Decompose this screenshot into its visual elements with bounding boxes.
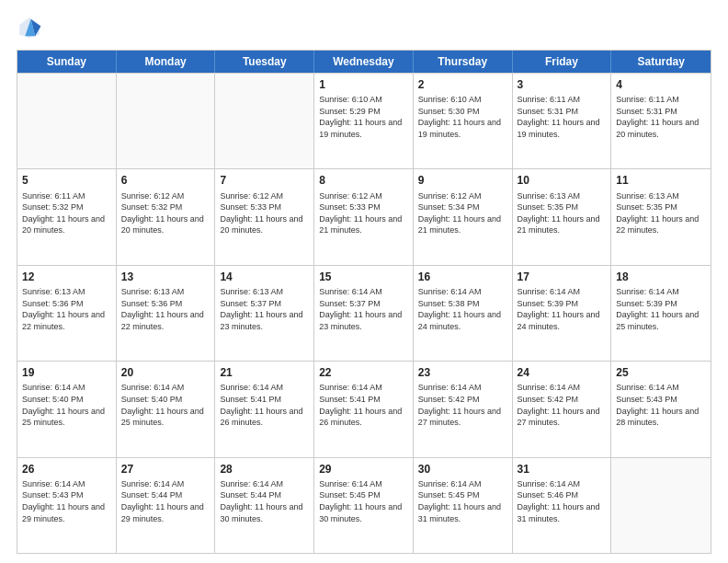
day-number: 7	[220, 173, 309, 188]
cell-info: Sunrise: 6:14 AMSunset: 5:45 PMDaylight:…	[418, 478, 507, 524]
day-number: 30	[418, 462, 507, 477]
cal-cell: 20Sunrise: 6:14 AMSunset: 5:40 PMDayligh…	[117, 362, 216, 456]
day-number: 29	[319, 462, 408, 477]
day-number: 20	[121, 365, 210, 380]
cell-info: Sunrise: 6:14 AMSunset: 5:38 PMDaylight:…	[418, 286, 507, 332]
day-number: 8	[319, 173, 408, 188]
cal-header-day-friday: Friday	[513, 51, 612, 73]
cal-header-day-saturday: Saturday	[611, 51, 711, 73]
day-number: 18	[616, 270, 706, 284]
day-number: 3	[518, 77, 607, 92]
cal-cell: 23Sunrise: 6:14 AMSunset: 5:42 PMDayligh…	[414, 362, 513, 456]
cal-header-day-thursday: Thursday	[414, 51, 513, 73]
cell-info: Sunrise: 6:10 AMSunset: 5:29 PMDaylight:…	[319, 94, 408, 140]
cal-cell: 29Sunrise: 6:14 AMSunset: 5:45 PMDayligh…	[314, 458, 414, 553]
day-number: 28	[220, 462, 309, 477]
cell-info: Sunrise: 6:13 AMSunset: 5:36 PMDaylight:…	[22, 286, 111, 332]
cal-cell: 6Sunrise: 6:12 AMSunset: 5:32 PMDaylight…	[117, 169, 216, 264]
day-number: 10	[518, 173, 607, 188]
day-number: 26	[22, 462, 111, 477]
cell-info: Sunrise: 6:14 AMSunset: 5:39 PMDaylight:…	[616, 286, 706, 332]
cal-cell: 10Sunrise: 6:13 AMSunset: 5:35 PMDayligh…	[513, 169, 612, 264]
cell-info: Sunrise: 6:13 AMSunset: 5:35 PMDaylight:…	[518, 190, 607, 236]
cell-info: Sunrise: 6:12 AMSunset: 5:33 PMDaylight:…	[319, 190, 408, 236]
day-number: 27	[121, 462, 210, 477]
cell-info: Sunrise: 6:12 AMSunset: 5:34 PMDaylight:…	[418, 190, 507, 236]
day-number: 25	[616, 365, 706, 380]
cell-info: Sunrise: 6:14 AMSunset: 5:37 PMDaylight:…	[319, 286, 408, 332]
cal-header-day-sunday: Sunday	[17, 51, 117, 73]
cal-cell: 16Sunrise: 6:14 AMSunset: 5:38 PMDayligh…	[414, 266, 513, 361]
page: SundayMondayTuesdayWednesdayThursdayFrid…	[0, 0, 728, 563]
cal-header-day-tuesday: Tuesday	[215, 51, 314, 73]
cal-cell: 21Sunrise: 6:14 AMSunset: 5:41 PMDayligh…	[215, 362, 314, 456]
day-number: 13	[121, 270, 210, 284]
cell-info: Sunrise: 6:14 AMSunset: 5:44 PMDaylight:…	[121, 478, 210, 524]
cell-info: Sunrise: 6:13 AMSunset: 5:37 PMDaylight:…	[220, 286, 309, 332]
cal-cell: 1Sunrise: 6:10 AMSunset: 5:29 PMDaylight…	[314, 74, 414, 168]
cell-info: Sunrise: 6:14 AMSunset: 5:44 PMDaylight:…	[220, 478, 309, 524]
cal-cell: 4Sunrise: 6:11 AMSunset: 5:31 PMDaylight…	[611, 74, 711, 168]
cal-cell: 27Sunrise: 6:14 AMSunset: 5:44 PMDayligh…	[117, 458, 216, 553]
cal-cell: 9Sunrise: 6:12 AMSunset: 5:34 PMDaylight…	[414, 169, 513, 264]
cal-week-4: 19Sunrise: 6:14 AMSunset: 5:40 PMDayligh…	[17, 361, 711, 456]
cal-cell: 17Sunrise: 6:14 AMSunset: 5:39 PMDayligh…	[513, 266, 612, 361]
calendar: SundayMondayTuesdayWednesdayThursdayFrid…	[17, 50, 711, 554]
day-number: 22	[319, 365, 408, 380]
cal-header-day-wednesday: Wednesday	[314, 51, 414, 73]
day-number: 4	[616, 77, 706, 92]
cal-cell: 12Sunrise: 6:13 AMSunset: 5:36 PMDayligh…	[17, 266, 117, 361]
day-number: 24	[518, 365, 607, 380]
cal-cell: 15Sunrise: 6:14 AMSunset: 5:37 PMDayligh…	[314, 266, 414, 361]
day-number: 17	[518, 270, 607, 284]
cell-info: Sunrise: 6:14 AMSunset: 5:43 PMDaylight:…	[616, 382, 706, 428]
cell-info: Sunrise: 6:14 AMSunset: 5:40 PMDaylight:…	[121, 382, 210, 428]
cell-info: Sunrise: 6:11 AMSunset: 5:31 PMDaylight:…	[518, 94, 607, 140]
cell-info: Sunrise: 6:14 AMSunset: 5:43 PMDaylight:…	[22, 478, 111, 524]
cell-info: Sunrise: 6:12 AMSunset: 5:32 PMDaylight:…	[121, 190, 210, 236]
day-number: 31	[518, 462, 607, 477]
day-number: 15	[319, 270, 408, 284]
logo-icon	[17, 15, 42, 40]
calendar-body: 1Sunrise: 6:10 AMSunset: 5:29 PMDaylight…	[17, 73, 711, 553]
cal-header-day-monday: Monday	[117, 51, 216, 73]
day-number: 12	[22, 270, 111, 284]
day-number: 19	[22, 365, 111, 380]
header	[17, 15, 711, 40]
cal-cell	[17, 74, 117, 168]
logo	[17, 15, 46, 40]
calendar-header: SundayMondayTuesdayWednesdayThursdayFrid…	[17, 51, 711, 73]
cal-cell: 25Sunrise: 6:14 AMSunset: 5:43 PMDayligh…	[611, 362, 711, 456]
day-number: 6	[121, 173, 210, 188]
cal-cell: 14Sunrise: 6:13 AMSunset: 5:37 PMDayligh…	[215, 266, 314, 361]
day-number: 9	[418, 173, 507, 188]
cal-cell	[611, 458, 711, 553]
day-number: 23	[418, 365, 507, 380]
cal-week-1: 1Sunrise: 6:10 AMSunset: 5:29 PMDaylight…	[17, 73, 711, 168]
day-number: 16	[418, 270, 507, 284]
cell-info: Sunrise: 6:11 AMSunset: 5:32 PMDaylight:…	[22, 190, 111, 236]
cal-cell: 31Sunrise: 6:14 AMSunset: 5:46 PMDayligh…	[513, 458, 612, 553]
cal-cell: 26Sunrise: 6:14 AMSunset: 5:43 PMDayligh…	[17, 458, 117, 553]
cell-info: Sunrise: 6:14 AMSunset: 5:46 PMDaylight:…	[518, 478, 607, 524]
cell-info: Sunrise: 6:13 AMSunset: 5:35 PMDaylight:…	[616, 190, 706, 236]
cell-info: Sunrise: 6:14 AMSunset: 5:42 PMDaylight:…	[518, 382, 607, 428]
cell-info: Sunrise: 6:10 AMSunset: 5:30 PMDaylight:…	[418, 94, 507, 140]
day-number: 21	[220, 365, 309, 380]
cal-cell: 13Sunrise: 6:13 AMSunset: 5:36 PMDayligh…	[117, 266, 216, 361]
cell-info: Sunrise: 6:12 AMSunset: 5:33 PMDaylight:…	[220, 190, 309, 236]
cell-info: Sunrise: 6:13 AMSunset: 5:36 PMDaylight:…	[121, 286, 210, 332]
cell-info: Sunrise: 6:11 AMSunset: 5:31 PMDaylight:…	[616, 94, 706, 140]
cal-cell: 5Sunrise: 6:11 AMSunset: 5:32 PMDaylight…	[17, 169, 117, 264]
cal-cell: 30Sunrise: 6:14 AMSunset: 5:45 PMDayligh…	[414, 458, 513, 553]
cal-cell: 24Sunrise: 6:14 AMSunset: 5:42 PMDayligh…	[513, 362, 612, 456]
cell-info: Sunrise: 6:14 AMSunset: 5:41 PMDaylight:…	[220, 382, 309, 428]
cell-info: Sunrise: 6:14 AMSunset: 5:42 PMDaylight:…	[418, 382, 507, 428]
day-number: 1	[319, 77, 408, 92]
day-number: 5	[22, 173, 111, 188]
cal-cell: 11Sunrise: 6:13 AMSunset: 5:35 PMDayligh…	[611, 169, 711, 264]
cal-week-2: 5Sunrise: 6:11 AMSunset: 5:32 PMDaylight…	[17, 168, 711, 264]
cal-cell: 3Sunrise: 6:11 AMSunset: 5:31 PMDaylight…	[513, 74, 612, 168]
cal-cell: 18Sunrise: 6:14 AMSunset: 5:39 PMDayligh…	[611, 266, 711, 361]
cell-info: Sunrise: 6:14 AMSunset: 5:45 PMDaylight:…	[319, 478, 408, 524]
